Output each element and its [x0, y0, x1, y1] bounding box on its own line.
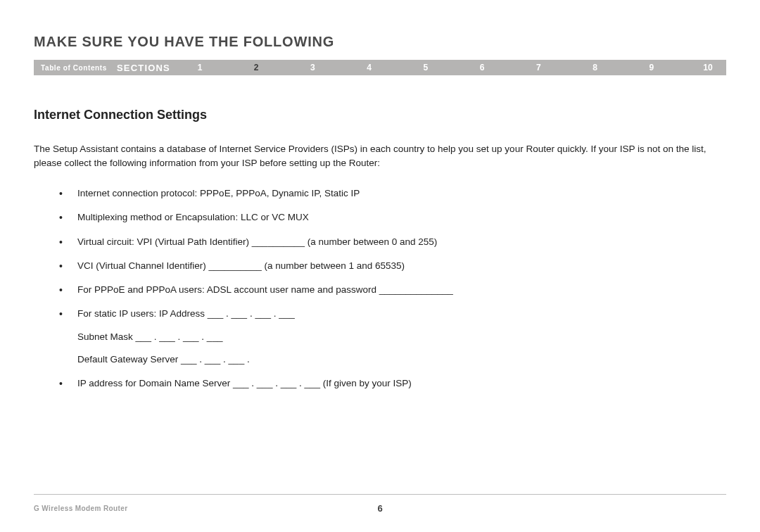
- list-item: IP address for Domain Name Server ___ . …: [59, 376, 726, 391]
- list-item-text: For PPPoE and PPPoA users: ADSL account …: [77, 284, 453, 295]
- list-item: Virtual circuit: VPI (Virtual Path Ident…: [59, 235, 726, 249]
- section-link-6[interactable]: 6: [476, 63, 488, 72]
- page-title: MAKE SURE YOU HAVE THE FOLLOWING: [34, 34, 726, 50]
- list-item: For static IP users: IP Address ___ . __…: [59, 307, 726, 367]
- toc-link[interactable]: Table of Contents: [34, 64, 117, 72]
- document-page: MAKE SURE YOU HAVE THE FOLLOWING Table o…: [0, 0, 760, 532]
- intro-paragraph: The Setup Assistant contains a database …: [34, 142, 726, 170]
- section-link-5[interactable]: 5: [420, 63, 431, 72]
- section-link-2[interactable]: 2: [251, 63, 262, 72]
- section-link-7[interactable]: 7: [533, 63, 544, 72]
- section-numbers: 12345678910: [194, 63, 726, 72]
- list-item-text: Virtual circuit: VPI (Virtual Path Ident…: [77, 236, 437, 247]
- section-link-8[interactable]: 8: [590, 63, 601, 72]
- content-area: Internet Connection Settings The Setup A…: [34, 75, 726, 391]
- page-footer: G Wireless Modem Router 6 .: [34, 494, 726, 512]
- sections-label: SECTIONS: [117, 63, 194, 73]
- section-navbar: Table of Contents SECTIONS 12345678910: [34, 60, 726, 75]
- section-heading: Internet Connection Settings: [34, 108, 726, 122]
- list-item-subline: Subnet Mask ___ . ___ . ___ . ___: [77, 330, 726, 344]
- section-link-3[interactable]: 3: [307, 63, 318, 72]
- list-item: For PPPoE and PPPoA users: ADSL account …: [59, 283, 726, 297]
- section-link-4[interactable]: 4: [364, 63, 375, 72]
- list-item-text: IP address for Domain Name Server ___ . …: [77, 378, 412, 388]
- list-item-text: VCI (Virtual Channel Identifier) _______…: [77, 260, 405, 271]
- section-link-10[interactable]: 10: [702, 63, 714, 72]
- page-number: 6: [34, 503, 726, 514]
- list-item-text: Multiplexing method or Encapsulation: LL…: [77, 212, 309, 222]
- requirements-list: Internet connection protocol: PPPoE, PPP…: [34, 186, 726, 391]
- section-link-1[interactable]: 1: [194, 63, 205, 72]
- list-item-text: Internet connection protocol: PPPoE, PPP…: [77, 188, 360, 198]
- section-link-9[interactable]: 9: [646, 63, 657, 72]
- footer-divider: [34, 494, 726, 495]
- list-item: VCI (Virtual Channel Identifier) _______…: [59, 259, 726, 273]
- list-item-text: For static IP users: IP Address ___ . __…: [77, 308, 295, 319]
- list-item-subline: Default Gateway Server ___ . ___ . ___ .: [77, 353, 726, 367]
- list-item: Internet connection protocol: PPPoE, PPP…: [59, 186, 726, 201]
- list-item: Multiplexing method or Encapsulation: LL…: [59, 210, 726, 224]
